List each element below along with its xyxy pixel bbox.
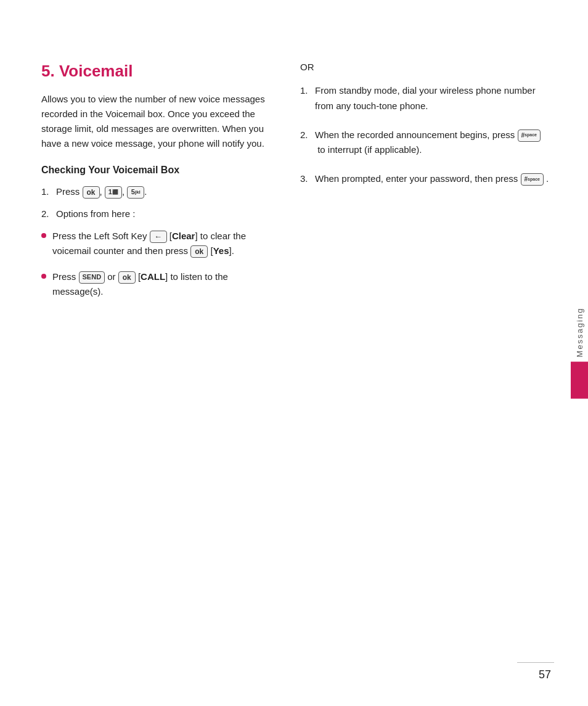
right-step-3: 3. When prompted, enter your password, t… [300, 171, 551, 187]
send-key-icon: SEND [79, 271, 105, 284]
ok-key-icon-2: ok [190, 245, 208, 258]
section-description: Allows you to view the number of new voi… [41, 92, 276, 151]
right-column: OR 1. From standby mode, dial your wirel… [300, 62, 551, 669]
left-step-2: 2. Options from here : [41, 207, 276, 221]
subsection-title: Checking Your Voicemail Box [41, 165, 276, 176]
bullet-1-content: Press the Left Soft Key ← [Clear] to cle… [52, 229, 276, 258]
right-step-2-content: When the recorded announcement begins, p… [315, 128, 551, 158]
side-tab: Messaging [571, 307, 588, 399]
ok-key-icon-3: ok [118, 271, 136, 284]
bullet-item-2: Press SEND or ok [CALL] to listen to the… [41, 269, 276, 299]
section-number: 5. [41, 62, 55, 80]
left-step-1: 1. Press ok, 1⬛, 5jkl. [41, 184, 276, 199]
key-1-icon: 1⬛ [105, 186, 122, 199]
or-label: OR [300, 62, 551, 72]
right-step-1-number: 1. [300, 83, 312, 99]
step-1-content: Press ok, 1⬛, 5jkl. [56, 184, 147, 199]
pound-key-icon-1: #space [518, 129, 541, 142]
key-5-icon: 5jkl [127, 186, 144, 199]
bullet-dot-1 [41, 233, 46, 238]
bullet-2-content: Press SEND or ok [CALL] to listen to the… [52, 269, 276, 299]
step-1-number: 1. [41, 184, 54, 199]
bullet-dot-2 [41, 274, 46, 279]
right-step-3-content: When prompted, enter your password, then… [315, 171, 551, 187]
call-label: CALL [141, 271, 165, 282]
page-divider [517, 662, 554, 663]
bullet-list: Press the Left Soft Key ← [Clear] to cle… [41, 229, 276, 299]
section-title: 5. Voicemail [41, 62, 276, 81]
step-2-content: Options from here : [56, 207, 135, 221]
left-soft-key-icon: ← [150, 231, 167, 243]
right-step-2: 2. When the recorded announcement begins… [300, 128, 551, 158]
right-step-1-content: From standby mode, dial your wireless ph… [315, 83, 551, 114]
side-tab-bar [571, 362, 588, 399]
yes-label: Yes [213, 245, 229, 256]
pound-key-icon-2: #space [521, 173, 544, 186]
left-column: 5. Voicemail Allows you to view the numb… [41, 62, 276, 669]
right-step-2-number: 2. [300, 128, 312, 143]
side-tab-label: Messaging [575, 307, 584, 357]
page-number: 57 [539, 668, 551, 681]
ok-key-icon: ok [83, 186, 100, 199]
step-2-number: 2. [41, 207, 54, 221]
bullet-item-1: Press the Left Soft Key ← [Clear] to cle… [41, 229, 276, 258]
page-content: 5. Voicemail Allows you to view the numb… [0, 0, 588, 706]
right-step-3-number: 3. [300, 171, 312, 187]
right-step-1: 1. From standby mode, dial your wireless… [300, 83, 551, 114]
clear-label: Clear [172, 231, 195, 241]
section-name: Voicemail [59, 62, 133, 80]
